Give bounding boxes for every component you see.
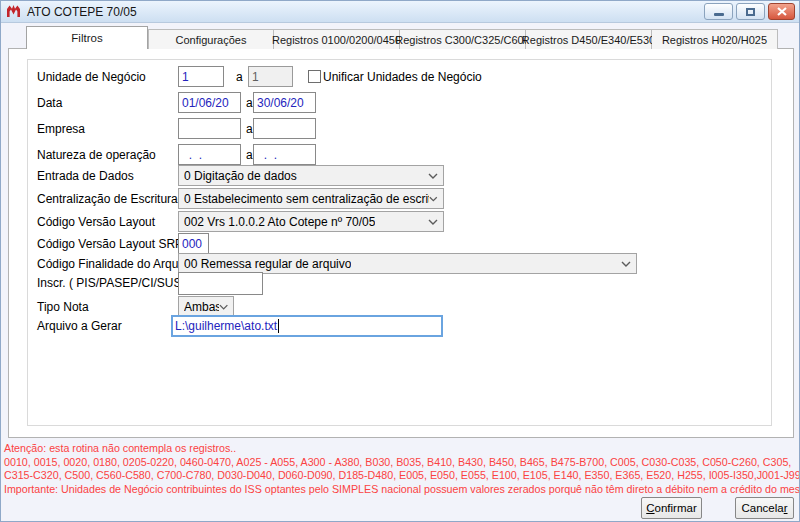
text-cursor (278, 319, 279, 333)
entrada-de-dados-select[interactable]: 0 Digitação de dados (178, 165, 444, 186)
app-icon (6, 4, 21, 19)
filtros-tab-page: Unidade de Negócio a Unificar Unidades d… (8, 48, 794, 438)
row-codigo-versao-layout-srp: Código Versão Layout SRP (37, 233, 773, 255)
versao-layout-srp-input[interactable] (178, 233, 209, 254)
versao-layout-label: Código Versão Layout (37, 215, 155, 229)
inscr-label: Inscr. ( PIS/PASEP/CI/SUS) (37, 276, 185, 290)
versao-layout-select[interactable]: 002 Vrs 1.0.0.2 Ato Cotepe nº 70/05 (178, 211, 444, 232)
row-codigo-versao-layout: Código Versão Layout 002 Vrs 1.0.0.2 Ato… (37, 211, 773, 233)
warning-line-2: 0010, 0015, 0020, 0180, 0205-0220, 0460-… (4, 456, 800, 470)
warning-line-4: Importante: Unidades de Negócio contribu… (4, 483, 800, 497)
ato-cotepe-window: ATO COTEPE 70/05 Filtros Configurações R… (0, 0, 800, 522)
window-controls (704, 3, 795, 20)
natureza-to-input[interactable] (253, 144, 316, 165)
tab-filtros[interactable]: Filtros (26, 26, 148, 49)
tab-strip: Filtros Configurações Registros 0100/020… (26, 26, 778, 49)
row-entrada-de-dados: Entrada de Dados 0 Digitação de dados (37, 165, 773, 187)
close-button[interactable] (768, 3, 795, 20)
finalidade-label: Código Finalidade do Arquivo (37, 257, 194, 271)
row-inscr: Inscr. ( PIS/PASEP/CI/SUS) (37, 272, 773, 294)
finalidade-selected-value: 00 Remessa regular de arquivo (184, 257, 351, 271)
maximize-icon (746, 8, 755, 16)
chevron-down-icon (428, 219, 438, 225)
tab-registros-h020[interactable]: Registros H020/H025 (652, 29, 778, 49)
data-label: Data (37, 96, 62, 110)
chevron-down-icon (428, 173, 438, 179)
data-to-input[interactable] (253, 92, 316, 113)
range-separator: a (236, 70, 243, 84)
centralizacao-select[interactable]: 0 Estabelecimento sem centralização de e… (178, 188, 444, 209)
tipo-nota-select[interactable]: Ambas (178, 296, 234, 317)
centralizacao-label: Centralização de Escrituração (37, 192, 197, 206)
range-separator: a (246, 148, 253, 162)
chevron-down-icon (219, 304, 228, 310)
range-separator: a (246, 96, 253, 110)
arquivo-a-gerar-input[interactable]: L:\guilherme\ato.txt (171, 315, 443, 337)
row-centralizacao: Centralização de Escrituração 0 Estabele… (37, 188, 773, 210)
tipo-nota-selected-value: Ambas (184, 300, 219, 314)
unidade-to-input[interactable] (248, 66, 293, 87)
versao-layout-srp-label: Código Versão Layout SRP (37, 237, 183, 251)
tab-registros-d450[interactable]: Registros D450/E340/E530 (526, 29, 652, 49)
arquivo-value: L:\guilherme\ato.txt (175, 319, 277, 333)
unificar-checkbox[interactable] (308, 70, 321, 83)
chevron-down-icon (429, 196, 438, 202)
minimize-icon (714, 13, 724, 16)
tab-configuracoes[interactable]: Configurações (148, 29, 274, 49)
tab-registros-0100[interactable]: Registros 0100/0200/0450 (274, 29, 400, 49)
empresa-label: Empresa (37, 122, 85, 136)
chevron-down-icon (621, 261, 631, 267)
warning-line-3: C315-C320, C500, C560-C580, C700-C780, D… (4, 469, 800, 483)
arquivo-label: Arquivo a Gerar (37, 319, 122, 333)
row-empresa: Empresa a (37, 118, 773, 140)
natureza-from-input[interactable] (178, 144, 241, 165)
warning-line-1: Atenção: esta rotina não contempla os re… (4, 442, 800, 456)
inscr-input[interactable] (178, 272, 263, 295)
tipo-nota-label: Tipo Nota (37, 300, 89, 314)
cancelar-button[interactable]: Cancelar (735, 497, 794, 519)
unificar-checkbox-label: Unificar Unidades de Negócio (323, 70, 482, 84)
maximize-button[interactable] (736, 3, 765, 20)
finalidade-select[interactable]: 00 Remessa regular de arquivo (178, 253, 637, 274)
range-separator: a (246, 122, 253, 136)
minimize-button[interactable] (704, 3, 733, 20)
empresa-from-input[interactable] (178, 118, 241, 139)
unidade-label: Unidade de Negócio (37, 70, 146, 84)
tab-registros-c300[interactable]: Registros C300/C325/C600 (400, 29, 526, 49)
row-arquivo-a-gerar: Arquivo a Gerar L:\guilherme\ato.txt (37, 315, 773, 337)
close-icon (777, 7, 787, 16)
empresa-to-input[interactable] (253, 118, 316, 139)
versao-layout-selected-value: 002 Vrs 1.0.0.2 Ato Cotepe nº 70/05 (184, 215, 375, 229)
unidade-from-input[interactable] (178, 66, 224, 87)
row-natureza-de-operacao: Natureza de operação a (37, 144, 773, 166)
row-data: Data a (37, 92, 773, 114)
entrada-label: Entrada de Dados (37, 169, 134, 183)
row-unidade-de-negocio: Unidade de Negócio a Unificar Unidades d… (37, 66, 773, 88)
window-title: ATO COTEPE 70/05 (27, 5, 137, 19)
natureza-label: Natureza de operação (37, 148, 156, 162)
confirmar-button[interactable]: Confirmar (641, 497, 702, 519)
data-from-input[interactable] (178, 92, 241, 113)
warning-text: Atenção: esta rotina não contempla os re… (4, 442, 800, 497)
entrada-selected-value: 0 Digitação de dados (184, 169, 297, 183)
titlebar: ATO COTEPE 70/05 (1, 1, 799, 23)
centralizacao-selected-value: 0 Estabelecimento sem centralização de e… (184, 192, 429, 206)
